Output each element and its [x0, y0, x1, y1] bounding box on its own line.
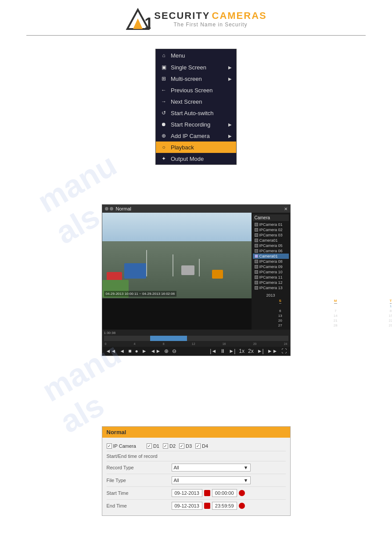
- ctrl-record[interactable]: ●: [134, 348, 139, 354]
- timeline-bar[interactable]: [104, 336, 288, 341]
- ctrl-fullscreen[interactable]: ⛶: [281, 348, 288, 354]
- cam-item-2[interactable]: IPCamera 02: [253, 227, 289, 232]
- end-time-row: End Time 09-12-2013 23:59:59: [107, 500, 286, 512]
- cam-color-8: [255, 260, 258, 263]
- main-content: ⌂ Menu ▣ Single Screen ▶ ⊞ Multi-screen …: [0, 36, 392, 529]
- cam-item-3[interactable]: IPCamera 03: [253, 232, 289, 238]
- file-type-label: File Type: [107, 478, 168, 483]
- menu-item-previous-screen[interactable]: ← Previous Screen: [156, 84, 236, 96]
- d3-checkbox[interactable]: ✓: [179, 443, 184, 449]
- end-time-label: End Time: [107, 503, 168, 508]
- cam-item-4[interactable]: Camera01: [253, 238, 289, 243]
- ctrl-speed-1[interactable]: 1x: [238, 348, 245, 354]
- cal-d-13[interactable]: 13: [253, 313, 308, 318]
- cam-item-5[interactable]: IPCamera 05: [253, 243, 289, 248]
- end-time-date[interactable]: 09-12-2013: [172, 502, 202, 510]
- calendar-section: 2013 S M T W T F S 1 2: [253, 292, 289, 328]
- ctrl-rewind[interactable]: ◄◄: [105, 348, 117, 354]
- start-time-date[interactable]: 09-12-2013: [172, 489, 202, 497]
- start-time-time[interactable]: 00:00:00: [212, 489, 237, 497]
- cam-item-7[interactable]: Camera01: [253, 254, 289, 259]
- add-ip-camera-label: Add IP Camera: [171, 133, 225, 139]
- d4-checkbox[interactable]: ✓: [195, 443, 201, 449]
- cam-label-4: Camera01: [259, 238, 278, 243]
- end-date-icon[interactable]: [204, 503, 210, 509]
- output-mode-label: Output Mode: [171, 156, 232, 162]
- cal-d-15[interactable]: 15: [363, 313, 392, 318]
- start-time-icon[interactable]: [239, 490, 245, 496]
- cam-color-3: [255, 233, 258, 237]
- next-screen-icon: →: [160, 98, 167, 105]
- ctrl-slow[interactable]: ◄►: [150, 348, 162, 354]
- titlebar-dots: [105, 207, 113, 210]
- menu-item-autoswitch[interactable]: ↺ Start Auto-switch: [156, 107, 236, 119]
- d4-checkbox-item[interactable]: ✓ D4: [195, 443, 208, 449]
- controls-left: ◄◄ ◄ ■ ● ► ◄► ⊕ ⊖: [105, 348, 178, 354]
- cam-item-13[interactable]: IPCamera 13: [253, 285, 289, 290]
- menu-item-playback[interactable]: ○ Playback: [156, 141, 236, 153]
- cam-label-7: Camera01: [259, 254, 278, 258]
- menu-item-next-screen[interactable]: → Next Screen: [156, 96, 236, 107]
- ctrl-next-clip[interactable]: ►|: [256, 348, 265, 354]
- cam-item-6[interactable]: IPCamera 06: [253, 248, 289, 254]
- ip-camera-checkbox[interactable]: ✓: [107, 443, 112, 449]
- cal-d-22[interactable]: 22: [363, 318, 392, 323]
- cal-d-1[interactable]: 1: [363, 304, 392, 308]
- logo-container: 1 SECURITY CAMERAS The First Name in Sec…: [125, 8, 266, 30]
- svg-marker-1: [133, 18, 143, 29]
- close-button[interactable]: ✕: [284, 207, 288, 211]
- cam-color-4: [255, 239, 258, 242]
- menu-item-multi-screen[interactable]: ⊞ Multi-screen ▶: [156, 73, 236, 84]
- d2-checkbox[interactable]: ✓: [163, 443, 168, 449]
- ip-camera-row: ✓ IP Camera ✓ D1 ✓ D2 ✓ D3: [107, 441, 286, 451]
- end-time-time[interactable]: 23:59:59: [212, 502, 237, 510]
- menu-item-add-ip-camera[interactable]: ⊕ Add IP Camera ▶: [156, 130, 236, 141]
- ctrl-pause[interactable]: ⏸: [219, 348, 226, 354]
- ctrl-zoom-in[interactable]: ⊕: [163, 348, 169, 354]
- d1-checkbox[interactable]: ✓: [147, 443, 152, 449]
- file-type-select[interactable]: All ▼: [172, 476, 251, 484]
- ctrl-prev-frame[interactable]: ◄: [119, 348, 126, 354]
- cal-d-27[interactable]: 27: [253, 323, 308, 328]
- cal-d-7[interactable]: 7: [308, 308, 363, 313]
- menu-item-output-mode[interactable]: ✦ Output Mode: [156, 153, 236, 164]
- lane-line-1: [146, 250, 147, 276]
- d2-checkbox-item[interactable]: ✓ D2: [163, 443, 176, 449]
- cal-d-20[interactable]: 20: [253, 318, 308, 323]
- cal-d-14[interactable]: 14: [308, 313, 363, 318]
- file-type-value: All: [174, 478, 179, 483]
- menu-item-single-screen[interactable]: ▣ Single Screen ▶: [156, 62, 236, 73]
- d3-checkbox-item[interactable]: ✓ D3: [179, 443, 192, 449]
- ip-camera-checkbox-item[interactable]: ✓ IP Camera: [107, 443, 136, 449]
- cam-item-9[interactable]: IPCamera 09: [253, 264, 289, 269]
- menu-item-start-recording[interactable]: ⏺ Start Recording ▶: [156, 119, 236, 130]
- ctrl-ff[interactable]: ►►: [266, 348, 279, 354]
- ctrl-zoom-out[interactable]: ⊖: [171, 348, 177, 354]
- cal-d-6[interactable]: 6: [253, 308, 308, 313]
- cal-d-8[interactable]: 8: [363, 308, 392, 313]
- start-date-icon[interactable]: [204, 490, 210, 496]
- ctrl-prev-clip[interactable]: |◄: [209, 348, 217, 354]
- single-screen-label: Single Screen: [171, 64, 225, 71]
- d1-checkbox-item[interactable]: ✓ D1: [147, 443, 159, 449]
- cam-item-8[interactable]: IPCamera 08: [253, 259, 289, 264]
- cam-item-12[interactable]: IPCamera 12: [253, 280, 289, 285]
- cal-d-21[interactable]: 21: [308, 318, 363, 323]
- ctrl-play[interactable]: ►: [141, 348, 148, 354]
- ctrl-next-frame[interactable]: ►|: [228, 348, 236, 354]
- end-time-icon[interactable]: [239, 503, 245, 509]
- normal-dialog: Normal ✓ IP Camera ✓ D1 ✓ D2: [102, 426, 291, 516]
- cam-item-1[interactable]: IPCamera 01: [253, 222, 289, 227]
- next-screen-label: Next Screen: [171, 98, 232, 105]
- cal-d-28[interactable]: 28: [308, 323, 363, 328]
- ctrl-speed-2[interactable]: 2x: [247, 348, 255, 354]
- cam-item-10[interactable]: IPCamera 10: [253, 269, 289, 275]
- record-type-select[interactable]: All ▼: [172, 464, 251, 472]
- tm-20: 20: [253, 342, 257, 345]
- cam-color-6: [255, 249, 258, 253]
- controls-right: |◄ ⏸ ►| 1x 2x ►| ►► ⛶: [209, 348, 287, 354]
- cam-label-1: IPCamera 01: [259, 222, 283, 227]
- ctrl-stop[interactable]: ■: [127, 348, 132, 354]
- cal-d-29[interactable]: 29: [363, 323, 392, 328]
- cam-item-11[interactable]: IPCamera 11: [253, 275, 289, 280]
